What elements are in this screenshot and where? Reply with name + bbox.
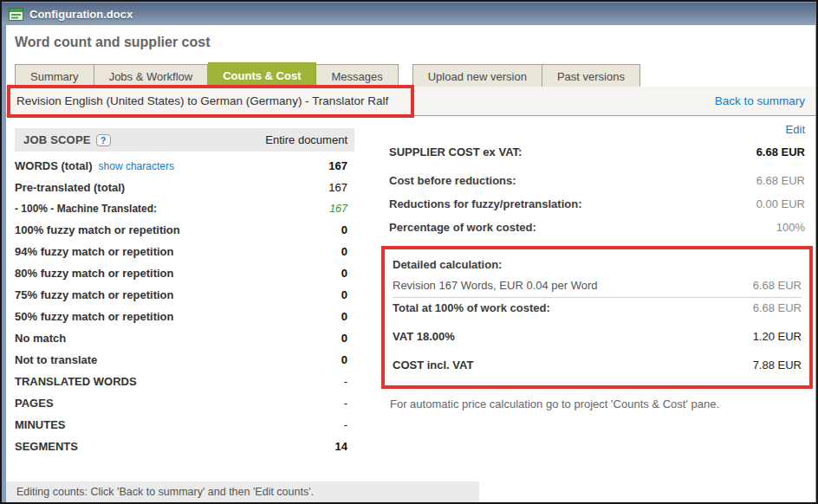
row-value: 0 — [341, 245, 347, 258]
tab-jobs-workflow[interactable]: Jobs & Workflow — [94, 64, 209, 87]
row-value: 100% — [776, 221, 805, 234]
cost-row-percentage: Percentage of work costed: 100% — [389, 216, 807, 239]
row-value: 6.68 EUR — [753, 279, 802, 292]
supplier-cost-pane: Edit SUPPLIER COST ex VAT: 6.68 EUR Cost… — [380, 116, 815, 502]
row-label: Percentage of work costed: — [389, 221, 536, 234]
job-row-words-total: WORDS (total) show characters 167 — [15, 155, 354, 177]
row-label: Cost before reductions: — [389, 174, 516, 187]
row-value: 167 — [328, 181, 347, 194]
content-area: Word count and supplier cost Summary Job… — [2, 25, 816, 502]
job-row-machine-translated: - 100% - Machine Translated: 167 — [15, 198, 354, 219]
cost-row-reductions: Reductions for fuzzy/pretranslation: 0.0… — [389, 192, 807, 216]
row-value: 0 — [341, 332, 347, 345]
row-value: - — [344, 418, 347, 431]
panes: JOB SCOPE ? Entire document WORDS (total… — [6, 116, 815, 502]
row-label: Total at 100% of work costed: — [393, 301, 550, 314]
tab-past-versions[interactable]: Past versions — [542, 64, 640, 87]
row-value: 7.88 EUR — [753, 359, 802, 372]
row-label: 50% fuzzy match or repetition — [15, 310, 173, 323]
tab-messages[interactable]: Messages — [316, 64, 398, 87]
scope-value: Entire document — [265, 133, 347, 146]
job-scope-pane: JOB SCOPE ? Entire document WORDS (total… — [6, 116, 380, 502]
row-value: 0 — [341, 223, 347, 236]
edit-row: Edit — [389, 120, 807, 140]
row-label: SEGMENTS — [15, 440, 78, 453]
detail-row-calc-line: Revision 167 Words, EUR 0.04 per Word 6.… — [393, 275, 802, 298]
job-row-translated-words: TRANSLATED WORDS - — [15, 371, 354, 392]
job-row-minutes: MINUTES - — [15, 414, 354, 436]
row-value: 167 — [328, 159, 347, 172]
cost-row-supplier-cost: SUPPLIER COST ex VAT: 6.68 EUR — [389, 140, 807, 169]
window-title: Configuration.docx — [29, 8, 133, 21]
row-label: MINUTES — [15, 418, 66, 431]
row-value: 0 — [341, 310, 347, 323]
window-titlebar: Configuration.docx — [2, 2, 816, 25]
tab-summary[interactable]: Summary — [15, 64, 94, 87]
job-scope-label: JOB SCOPE — [23, 133, 91, 146]
row-label: 80% fuzzy match or repetition — [15, 267, 173, 280]
tab-upload-new-version[interactable]: Upload new version — [412, 64, 542, 87]
row-value: 1.20 EUR — [753, 330, 802, 343]
job-row-not-to-translate: Not to translate 0 — [15, 349, 354, 371]
edit-link[interactable]: Edit — [786, 123, 805, 136]
page-title: Word count and supplier cost — [6, 25, 815, 55]
tab-counts-cost[interactable]: Counts & Cost — [208, 62, 316, 87]
row-value: 0 — [341, 288, 347, 301]
row-label: Revision 167 Words, EUR 0.04 per Word — [393, 279, 598, 292]
document-icon — [9, 8, 23, 21]
row-value: 167 — [329, 203, 347, 215]
row-value: 6.68 EUR — [756, 145, 805, 158]
cost-row-before-reductions: Cost before reductions: 6.68 EUR — [389, 169, 807, 192]
show-characters-link[interactable]: show characters — [99, 160, 174, 172]
row-label: Pre-translated (total) — [15, 181, 125, 194]
tab-bar: Summary Jobs & Workflow Counts & Cost Me… — [6, 55, 815, 87]
job-row-no-match: No match 0 — [15, 327, 354, 349]
row-value: 14 — [335, 440, 347, 453]
detail-row-cost-incl-vat: COST incl. VAT 7.88 EUR — [393, 348, 802, 377]
row-label: - 100% - Machine Translated: — [15, 203, 157, 215]
job-row-segments: SEGMENTS 14 — [15, 436, 354, 457]
row-label: TRANSLATED WORDS — [15, 375, 137, 388]
job-row-fuzzy-50: 50% fuzzy match or repetition 0 — [15, 306, 354, 327]
job-scope-header: JOB SCOPE ? Entire document — [15, 128, 354, 152]
row-label: SUPPLIER COST ex VAT: — [389, 145, 522, 158]
job-row-fuzzy-75: 75% fuzzy match or repetition 0 — [15, 284, 354, 306]
job-row-fuzzy-80: 80% fuzzy match or repetition 0 — [15, 262, 354, 284]
revision-title: Revision English (United States) to Germ… — [16, 94, 388, 107]
job-row-pretranslated: Pre-translated (total) 167 — [15, 177, 354, 198]
detail-row-total: Total at 100% of work costed: 6.68 EUR — [393, 298, 802, 320]
auto-price-note: For automatic price calculation go to pr… — [389, 389, 807, 410]
row-value: 0 — [341, 353, 347, 366]
help-icon[interactable]: ? — [96, 134, 111, 146]
row-value: - — [344, 375, 347, 388]
row-label: 94% fuzzy match or repetition — [15, 245, 173, 258]
row-label: WORDS (total) — [15, 159, 93, 172]
row-label: COST incl. VAT — [393, 359, 473, 372]
row-value: 0.00 EUR — [756, 197, 805, 210]
row-label: PAGES — [15, 397, 54, 410]
row-label: Not to translate — [15, 353, 97, 366]
detail-row-vat: VAT 18.00% 1.20 EUR — [393, 320, 802, 348]
detailed-calculation-heading: Detailed calculation: — [393, 255, 802, 275]
job-row-pages: PAGES - — [15, 392, 354, 414]
row-value: - — [344, 397, 347, 410]
row-label: Reductions for fuzzy/pretranslation: — [389, 197, 581, 210]
row-label: VAT 18.00% — [393, 330, 455, 343]
job-row-fuzzy-100: 100% fuzzy match or repetition 0 — [15, 219, 354, 241]
row-value: 6.68 EUR — [753, 301, 802, 314]
back-to-summary-link[interactable]: Back to summary — [715, 94, 805, 107]
row-label: 100% fuzzy match or repetition — [15, 223, 180, 236]
red-highlight-detailed-calculation: Detailed calculation: Revision 167 Words… — [381, 246, 813, 389]
row-label: 75% fuzzy match or repetition — [15, 288, 173, 301]
app-window: Configuration.docx Word count and suppli… — [0, 0, 818, 504]
revision-header-bar: Revision English (United States) to Germ… — [6, 87, 815, 116]
row-value: 0 — [341, 267, 347, 280]
row-label: No match — [15, 332, 66, 345]
job-row-fuzzy-94: 94% fuzzy match or repetition 0 — [15, 241, 354, 262]
row-value: 6.68 EUR — [756, 174, 805, 187]
editing-counts-note: Editing counts: Click 'Back to summary' … — [6, 481, 479, 502]
